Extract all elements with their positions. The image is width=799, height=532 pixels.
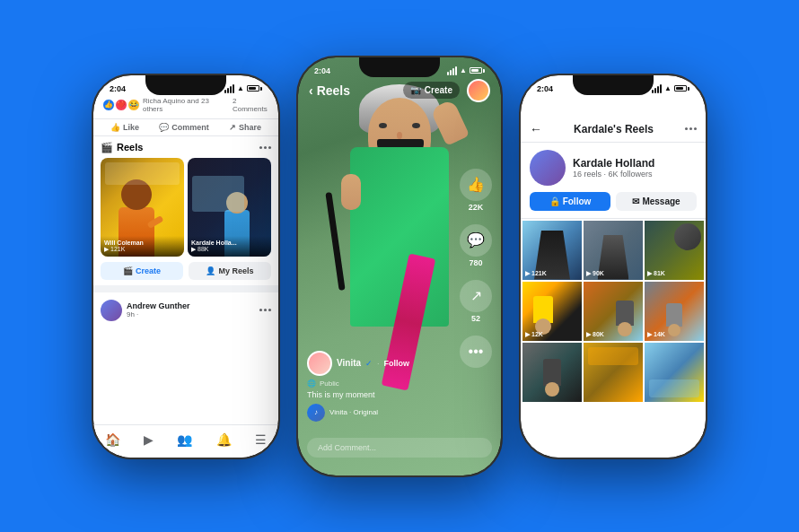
left-screen: 2:04 ▲ 👍 ❤️ [93,75,278,458]
reel-character [341,75,458,327]
right-screen: 2:04 ▲ ← Kardale's Reels [521,75,706,458]
comment-label: Comment [171,123,209,132]
status-bar-center: 2:04 ▲ [298,57,501,79]
grid-thumb-8[interactable] [584,343,643,402]
post-user-info: Andrew Gunther 9h · [127,301,190,318]
nav-home[interactable]: 🏠 [105,432,120,447]
comment-button[interactable]: 💬 Comment [159,123,209,132]
profile-icon: 👤 [206,266,215,275]
phones-container: 2:04 ▲ 👍 ❤️ [74,38,725,495]
reel-name-1: Will Coleman [104,240,180,246]
reel-bottom-info: Vinita ✓ · Follow 🌐 Public This is my mo… [307,351,452,422]
profile-section: Kardale Holland 16 reels · 6K followers … [521,143,706,219]
reels-label: Reels [117,142,143,153]
center-screen: 2:04 ▲ ‹ Reels [298,57,501,475]
create-reel-label: Create [425,85,452,95]
reel-name-2: Kardale Holla... [191,240,268,246]
signal-icon-center [447,66,457,75]
comment-bubble-icon: 💬 [460,224,492,257]
share-button[interactable]: ↗ Share [229,123,261,132]
grid-thumb-6[interactable]: ▶14K [645,282,704,341]
post-avatar [101,300,122,321]
reel-thumb-2[interactable]: Kardale Holla... ▶ 88K [188,158,271,257]
play-icon-1: ▶ [104,246,109,253]
message-button[interactable]: ✉ Message [616,192,697,211]
status-icons-center: ▲ [447,66,485,75]
wifi-icon-left: ▲ [237,84,244,92]
comment-engage[interactable]: 💬 780 [460,224,492,267]
reel-username: Vinita [337,358,361,368]
right-more-button[interactable] [685,127,697,130]
share-engage[interactable]: ↗ 52 [460,280,492,323]
reaction-bar: 👍 ❤️ 😂 Richa Aquino and 23 others 2 Comm… [93,97,278,119]
create-label: Create [136,266,161,275]
like-label: Like [123,123,139,132]
nav-reels[interactable]: ▶ [144,432,154,447]
camera-icon: 📷 [410,85,421,95]
create-icon: 🎬 [123,266,133,275]
nav-notifications[interactable]: 🔔 [216,432,232,447]
reels-grid-right: ▶121K ▶90K ▶81K [521,219,706,404]
reel-thumb-1[interactable]: Will Coleman ▶ 121K [101,158,184,257]
reel-user-row: Vinita ✓ · Follow [307,351,452,376]
comments-count-center: 780 [469,258,482,267]
reel-overlay-2: Kardale Holla... ▶ 88K [188,236,271,257]
shares-count: 52 [471,314,480,323]
message-label: Message [642,196,680,206]
post-user-row: Andrew Gunther 9h · [101,300,190,321]
reels-more-button[interactable] [259,146,271,149]
reel-views-1: ▶ 121K [104,246,180,253]
play-icon-2: ▶ [191,246,196,253]
center-avatar[interactable] [467,79,490,102]
grid-thumb-7[interactable] [522,343,582,402]
grid-views-2: ▶90K [586,270,604,277]
comment-input[interactable]: Add Comment... [307,438,492,458]
grid-thumb-1[interactable]: ▶121K [522,221,582,280]
back-arrow-right[interactable]: ← [530,122,542,136]
like-reaction: 👍 [102,99,115,111]
music-disc-icon: ♪ [307,404,325,422]
post-username: Andrew Gunther [127,301,190,310]
grid-thumb-2[interactable]: ▶90K [584,221,643,280]
page-title-right: Kardale's Reels [574,123,654,135]
grid-views-6: ▶14K [647,331,665,338]
like-engage[interactable]: 👍 22K [460,169,492,212]
grid-thumb-4[interactable]: ▶12K [522,282,582,341]
time-left: 2:04 [110,84,126,93]
back-button[interactable]: ‹ Reels [309,83,350,98]
likes-count: 22K [469,203,484,212]
follow-profile-button[interactable]: 🔒 Follow [530,192,610,211]
signal-icon-left [224,84,234,93]
reels-title: 🎬 Reels [101,142,143,153]
music-credit: Vinita · Original [329,408,378,416]
grid-views-3: ▶81K [647,270,665,277]
notch-right [573,75,654,95]
create-button[interactable]: 🎬 Create [101,262,183,280]
reels-grid-left: Will Coleman ▶ 121K [101,158,271,257]
grid-thumb-5[interactable]: ▶80K [584,282,643,341]
profile-row: Kardale Holland 16 reels · 6K followers [530,150,697,186]
grid-views-1: ▶121K [525,270,547,277]
nav-menu[interactable]: ☰ [255,432,267,447]
wifi-icon-right: ▲ [664,84,672,92]
reel-caption: This is my moment [307,390,452,399]
profile-stats: 16 reels · 6K followers [573,170,654,179]
create-reel-button[interactable]: 📷 Create [403,82,460,99]
phone-left: 2:04 ▲ 👍 ❤️ [92,74,280,459]
costume-jacket [350,147,449,327]
phone-right: 2:04 ▲ ← Kardale's Reels [519,74,707,459]
reaction-icons: 👍 ❤️ 😂 [102,99,140,111]
post-more-button[interactable] [259,309,271,311]
like-button[interactable]: 👍 Like [110,123,139,132]
more-dots-icon: ••• [460,336,492,368]
nav-groups[interactable]: 👥 [177,432,192,447]
time-right: 2:04 [537,84,553,93]
grid-thumb-9[interactable] [645,343,704,402]
more-engage[interactable]: ••• [460,336,492,368]
follow-button[interactable]: Follow [384,359,410,368]
my-reels-button[interactable]: 👤 My Reels [189,262,271,280]
grid-thumb-3[interactable]: ▶81K [645,221,704,280]
message-icon: ✉ [632,196,639,206]
share-label: Share [239,123,261,132]
my-reels-label: My Reels [218,266,253,275]
